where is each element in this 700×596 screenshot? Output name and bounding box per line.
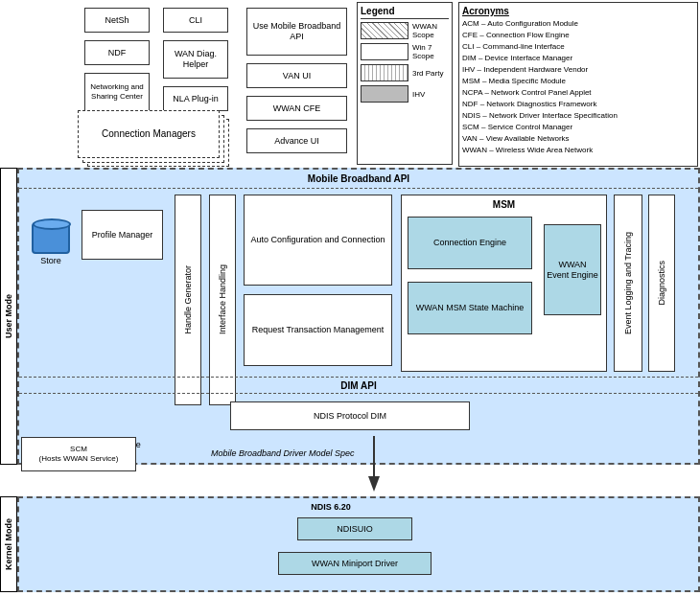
netsh-box: NetSh bbox=[84, 8, 150, 33]
acronyms-box: Acronyms ACM – Auto Configuration Module… bbox=[458, 2, 698, 167]
nla-box: NLA Plug-in bbox=[163, 86, 228, 111]
legend-wwan-scope: WWAN Scope bbox=[361, 22, 449, 39]
ndf-box: NDF bbox=[84, 40, 150, 65]
mobile-api-box: Use Mobile Broadband API bbox=[246, 8, 347, 56]
legend-ihv: IHV bbox=[361, 85, 449, 103]
wwan-msm-box: WWAN MSM State Machine bbox=[408, 282, 532, 334]
msm-label: MSM bbox=[402, 199, 606, 211]
legend-title: Legend bbox=[361, 6, 449, 19]
user-mode-section: Mobile Broadband API Store Profile Manag… bbox=[17, 168, 700, 465]
acronyms-title: Acronyms bbox=[462, 6, 694, 16]
msm-outer-box: MSM Connection Engine WWAN MSM State Mac… bbox=[401, 195, 607, 372]
request-transaction-box: Request Transaction Management bbox=[244, 294, 392, 366]
wan-diag-box: WAN Diag. Helper bbox=[163, 40, 228, 79]
mobile-broadband-api-bar: Mobile Broadband API bbox=[19, 170, 698, 189]
kernel-mode-section: NDIS 6.20 NDISUIO WWAN Miniport Driver bbox=[17, 496, 700, 592]
cli-box: CLI bbox=[163, 8, 228, 33]
profile-manager-box: Profile Manager bbox=[82, 210, 163, 260]
driver-spec-label: Mobile Broadband Driver Model Spec bbox=[211, 448, 355, 458]
advance-ui-box: Advance UI bbox=[246, 128, 347, 153]
ndisuio-box: NDISUIO bbox=[297, 517, 412, 540]
scm-box: SCM(Hosts WWAN Service) bbox=[21, 437, 136, 471]
store-icon: Store bbox=[27, 222, 75, 265]
ndis-protocol-dim-box: NDIS Protocol DIM bbox=[230, 401, 470, 430]
wwan-event-box: WWAN Event Engine bbox=[544, 224, 601, 315]
kernel-mode-label: Kernel Mode bbox=[0, 496, 17, 592]
interface-handling-box: Interface Handling bbox=[209, 195, 236, 405]
wwan-miniport-box: WWAN Miniport Driver bbox=[278, 552, 432, 575]
handle-generator-box: Handle Generator bbox=[175, 195, 201, 405]
van-ui-box: VAN UI bbox=[246, 63, 347, 88]
connection-engine-box: Connection Engine bbox=[408, 217, 532, 269]
legend-box: Legend WWAN Scope Win 7 Scope 3rd Party … bbox=[357, 2, 453, 165]
connection-managers-box1: Connection Managers bbox=[78, 110, 220, 158]
legend-win7-scope: Win 7 Scope bbox=[361, 43, 449, 60]
networking-box: Networking and Sharing Center bbox=[84, 73, 150, 111]
acronyms-content: ACM – Auto Configuration Module CFE – Co… bbox=[462, 18, 694, 156]
wwan-cfe-box: WWAN CFE bbox=[246, 96, 347, 121]
ndis-620-label: NDIS 6.20 bbox=[211, 502, 451, 512]
auto-config-box: Auto Configuration and Connection bbox=[244, 195, 392, 286]
diagram-container: NetSh CLI NDF WAN Diag. Helper Networkin… bbox=[0, 0, 700, 596]
legend-3rd-party: 3rd Party bbox=[361, 64, 449, 81]
dim-api-label: DIM API bbox=[19, 377, 698, 394]
event-logging-box: Event Logging and Tracing bbox=[614, 195, 642, 372]
user-mode-label: User Mode bbox=[0, 168, 17, 465]
diagnostics-box: Diagnostics bbox=[648, 195, 675, 372]
